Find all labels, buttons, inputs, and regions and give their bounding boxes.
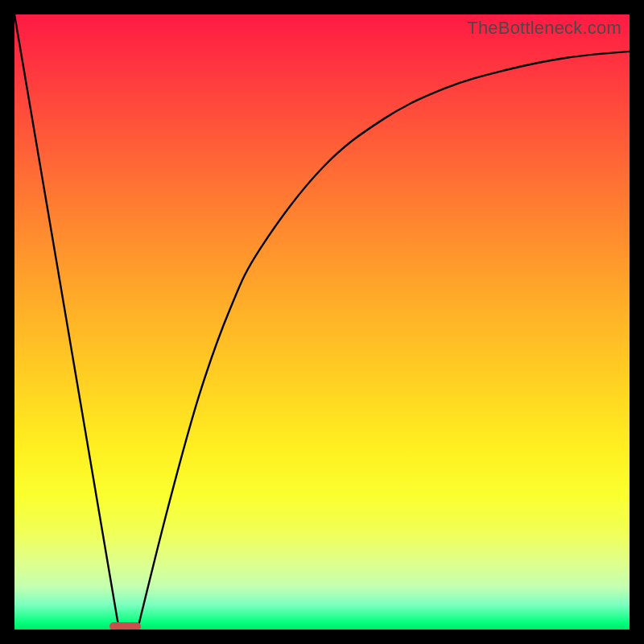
plot-area: TheBottleneck.com [14,14,630,630]
bottleneck-marker [109,622,140,630]
chart-frame: TheBottleneck.com [0,0,644,644]
chart-curves [14,14,630,630]
left-curve [14,14,119,630]
right-curve [138,52,630,630]
